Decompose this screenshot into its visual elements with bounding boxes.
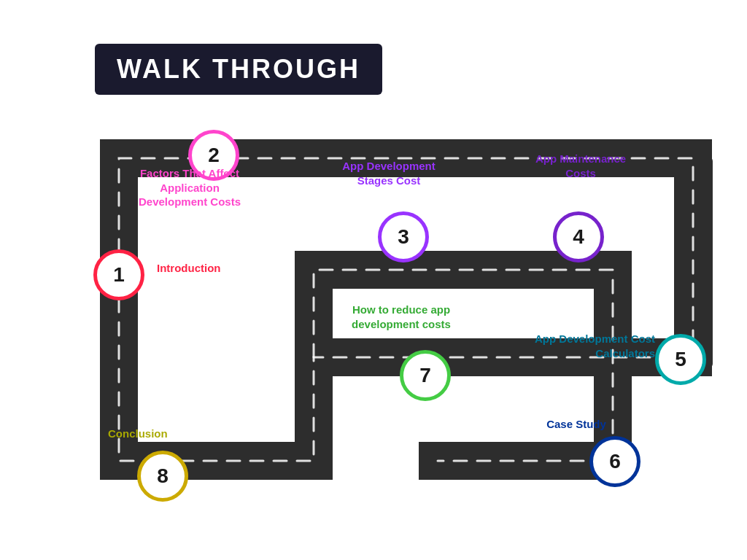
label-5: App Development Cost Calculators [524, 332, 655, 360]
label-8: Conclusion [108, 427, 168, 441]
label-2: Factors That Affect Application Developm… [128, 166, 252, 209]
label-4: App Maintenance Costs [530, 152, 632, 180]
label-7: How to reduce app development costs [339, 303, 463, 331]
node-3[interactable]: 3 [378, 211, 429, 262]
node-6[interactable]: 6 [589, 436, 640, 487]
node-4[interactable]: 4 [553, 211, 604, 262]
label-1: Introduction [157, 261, 220, 276]
node-5[interactable]: 5 [655, 334, 706, 385]
node-1[interactable]: 1 [93, 249, 144, 300]
label-3: App Development Stages Cost [341, 159, 436, 187]
node-8[interactable]: 8 [137, 451, 188, 502]
node-7[interactable]: 7 [400, 350, 451, 401]
label-6: Case Study [540, 417, 613, 432]
